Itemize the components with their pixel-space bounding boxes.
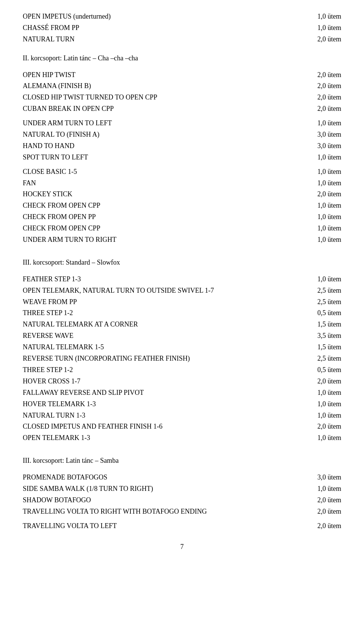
- item-value: 1,0 ütem: [311, 433, 341, 443]
- item-name: NATURAL TELEMARK 1-5: [23, 342, 311, 353]
- table-row: THREE STEP 1-20,5 ütem: [23, 365, 341, 375]
- item-value: 3,0 ütem: [311, 472, 341, 483]
- table-row: CLOSE BASIC 1-51,0 ütem: [23, 167, 341, 177]
- item-value: 2,0 ütem: [311, 521, 341, 531]
- table-row: NATURAL TURN2,0 ütem: [23, 34, 341, 45]
- item-name: FAN: [23, 178, 311, 189]
- table-row: TRAVELLING VOLTA TO LEFT2,0 ütem: [23, 521, 341, 531]
- item-value: 3,5 ütem: [311, 331, 341, 341]
- item-name: NATURAL TELEMARK AT A CORNER: [23, 319, 311, 330]
- item-value: 2,0 ütem: [311, 495, 341, 506]
- table-row: CHASSÉ FROM PP1,0 ütem: [23, 23, 341, 33]
- item-value: 0,5 ütem: [311, 308, 341, 319]
- table-row: CLOSED HIP TWIST TURNED TO OPEN CPP2,0 ü…: [23, 92, 341, 103]
- table-row: FEATHER STEP 1-31,0 ütem: [23, 274, 341, 285]
- item-name: FEATHER STEP 1-3: [23, 274, 311, 285]
- item-value: 2,5 ütem: [311, 353, 341, 364]
- item-name: SIDE SAMBA WALK (1/8 TURN TO RIGHT): [23, 484, 311, 494]
- section-header: III. korcsoport: Standard – Slowfox: [23, 257, 341, 268]
- item-value: 1,0 ütem: [311, 178, 341, 189]
- item-value: 1,0 ütem: [311, 399, 341, 410]
- item-value: 1,0 ütem: [311, 167, 341, 177]
- table-row: CHECK FROM OPEN CPP1,0 ütem: [23, 200, 341, 211]
- item-name: HOVER CROSS 1-7: [23, 376, 311, 387]
- item-name: TRAVELLING VOLTA TO LEFT: [23, 521, 311, 531]
- table-row: OPEN TELEMARK, NATURAL TURN TO OUTSIDE S…: [23, 285, 341, 296]
- item-name: NATURAL TURN 1-3: [23, 410, 311, 421]
- item-name: NATURAL TURN: [23, 34, 311, 45]
- item-name: UNDER ARM TURN TO RIGHT: [23, 235, 311, 245]
- item-value: 2,0 ütem: [311, 189, 341, 200]
- item-name: FALLAWAY REVERSE AND SLIP PIVOT: [23, 388, 311, 398]
- item-name: THREE STEP 1-2: [23, 365, 311, 375]
- item-value: 3,0 ütem: [311, 141, 341, 151]
- item-value: 1,0 ütem: [311, 212, 341, 222]
- item-value: 1,0 ütem: [311, 410, 341, 421]
- item-value: 2,0 ütem: [311, 34, 341, 45]
- item-value: 1,0 ütem: [311, 223, 341, 234]
- item-name: UNDER ARM TURN TO LEFT: [23, 118, 311, 129]
- table-row: UNDER ARM TURN TO RIGHT1,0 ütem: [23, 235, 341, 245]
- table-row: REVERSE TURN (INCORPORATING FEATHER FINI…: [23, 353, 341, 364]
- table-row: UNDER ARM TURN TO LEFT1,0 ütem: [23, 118, 341, 129]
- page-content: OPEN IMPETUS (underturned)1,0 ütemCHASSÉ…: [23, 11, 341, 531]
- item-value: 2,0 ütem: [311, 376, 341, 387]
- item-name: OPEN HIP TWIST: [23, 70, 311, 80]
- spacer: [23, 469, 341, 472]
- item-value: 1,0 ütem: [311, 388, 341, 398]
- table-row: CLOSED IMPETUS AND FEATHER FINISH 1-62,0…: [23, 421, 341, 432]
- table-row: NATURAL TELEMARK AT A CORNER1,5 ütem: [23, 319, 341, 330]
- spacer: [23, 115, 341, 118]
- table-row: SHADOW BOTAFOGO2,0 ütem: [23, 495, 341, 506]
- item-name: CHECK FROM OPEN CPP: [23, 200, 311, 211]
- item-name: NATURAL TO (FINISH A): [23, 129, 311, 140]
- item-value: 2,0 ütem: [311, 506, 341, 517]
- table-row: TRAVELLING VOLTA TO RIGHT WITH BOTAFOGO …: [23, 506, 341, 517]
- item-value: 1,0 ütem: [311, 118, 341, 129]
- page-number: 7: [23, 543, 341, 551]
- item-name: TRAVELLING VOLTA TO RIGHT WITH BOTAFOGO …: [23, 506, 311, 517]
- table-row: ALEMANA (FINISH B)2,0 ütem: [23, 81, 341, 91]
- item-name: PROMENADE BOTAFOGOS: [23, 472, 311, 483]
- item-value: 1,5 ütem: [311, 342, 341, 353]
- item-value: 1,0 ütem: [311, 235, 341, 245]
- item-name: HAND TO HAND: [23, 141, 311, 151]
- item-name: OPEN TELEMARK, NATURAL TURN TO OUTSIDE S…: [23, 285, 311, 296]
- table-row: FAN1,0 ütem: [23, 178, 341, 189]
- table-row: HOVER CROSS 1-72,0 ütem: [23, 376, 341, 387]
- spacer: [23, 246, 341, 249]
- item-name: CHECK FROM OPEN CPP: [23, 223, 311, 234]
- item-value: 1,0 ütem: [311, 274, 341, 285]
- table-row: HOVER TELEMARK 1-31,0 ütem: [23, 399, 341, 410]
- item-value: 1,0 ütem: [311, 23, 341, 33]
- spacer: [23, 518, 341, 521]
- table-row: OPEN HIP TWIST2,0 ütem: [23, 70, 341, 80]
- table-row: NATURAL TO (FINISH A)3,0 ütem: [23, 129, 341, 140]
- table-row: SPOT TURN TO LEFT1,0 ütem: [23, 152, 341, 163]
- item-name: CLOSED HIP TWIST TURNED TO OPEN CPP: [23, 92, 311, 103]
- spacer: [23, 271, 341, 274]
- item-value: 2,0 ütem: [311, 421, 341, 432]
- item-name: OPEN IMPETUS (underturned): [23, 11, 311, 22]
- item-name: CLOSED IMPETUS AND FEATHER FINISH 1-6: [23, 421, 311, 432]
- item-name: HOVER TELEMARK 1-3: [23, 399, 311, 410]
- item-value: 2,5 ütem: [311, 285, 341, 296]
- table-row: CHECK FROM OPEN CPP1,0 ütem: [23, 223, 341, 234]
- table-row: OPEN IMPETUS (underturned)1,0 ütem: [23, 11, 341, 22]
- item-value: 2,5 ütem: [311, 297, 341, 308]
- item-name: WEAVE FROM PP: [23, 297, 311, 308]
- item-name: ALEMANA (FINISH B): [23, 81, 311, 91]
- spacer: [23, 67, 341, 70]
- item-name: SHADOW BOTAFOGO: [23, 495, 311, 506]
- table-row: HOCKEY STICK2,0 ütem: [23, 189, 341, 200]
- item-value: 1,5 ütem: [311, 319, 341, 330]
- item-value: 1,0 ütem: [311, 200, 341, 211]
- table-row: NATURAL TURN 1-31,0 ütem: [23, 410, 341, 421]
- item-value: 2,0 ütem: [311, 92, 341, 103]
- table-row: PROMENADE BOTAFOGOS3,0 ütem: [23, 472, 341, 483]
- item-name: REVERSE TURN (INCORPORATING FEATHER FINI…: [23, 353, 311, 364]
- item-value: 1,0 ütem: [311, 11, 341, 22]
- item-value: 1,0 ütem: [311, 484, 341, 494]
- item-value: 0,5 ütem: [311, 365, 341, 375]
- table-row: THREE STEP 1-20,5 ütem: [23, 308, 341, 319]
